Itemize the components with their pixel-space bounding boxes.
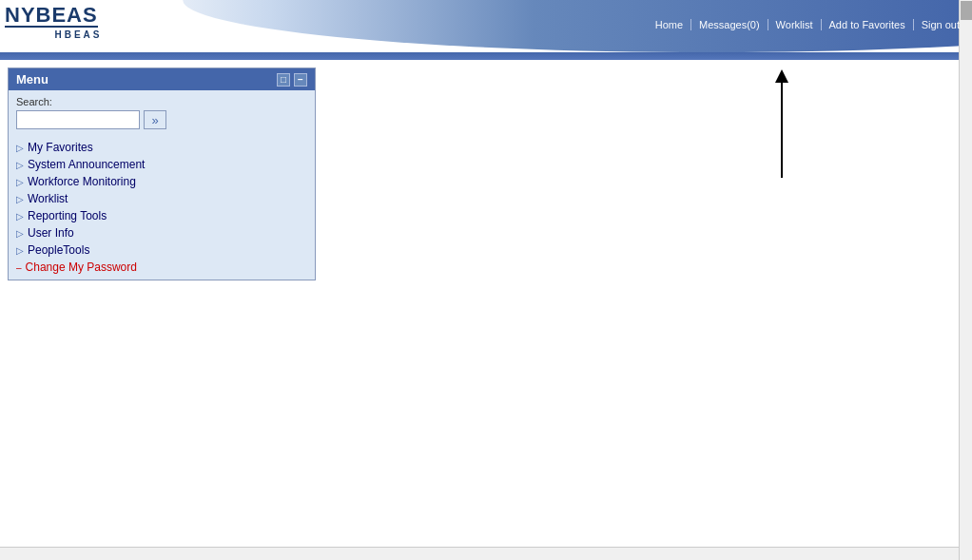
menu-item-workforce-monitoring[interactable]: ▷ Workforce Monitoring [9,173,315,190]
menu-resize-button[interactable]: □ [277,73,290,87]
menu-item-worklist[interactable]: ▷ Worklist [9,190,315,207]
menu-item-user-info[interactable]: ▷ User Info [9,224,315,241]
menu-item-label: Reporting Tools [28,209,107,222]
menu-item-label: Workforce Monitoring [28,175,136,188]
menu-item-reporting-tools[interactable]: ▷ Reporting Tools [9,207,315,224]
header: NYBEAS HBEAS Home Messages(0) Worklist A… [0,0,972,52]
arrow-annotation [775,69,788,178]
menu-header: Menu □ − [9,68,315,90]
search-input[interactable] [16,110,140,129]
main-content [323,60,972,552]
menu-item-my-favorites[interactable]: ▷ My Favorites [9,139,315,156]
change-password-link[interactable]: Change My Password [26,261,137,274]
menu-item-label: Worklist [28,192,68,205]
scrollbar-thumb[interactable] [961,1,972,20]
home-link[interactable]: Home [648,19,691,30]
nav-links: Home Messages(0) Worklist Add to Favorit… [648,19,967,30]
logo-main: NYBEAS [5,5,98,28]
arrow-icon-system: ▷ [16,160,24,170]
arrow-head [775,69,788,83]
menu-panel: Menu □ − Search: » ▷ [0,60,323,552]
arrow-icon-worklist: ▷ [16,194,24,204]
scrollbar-bottom[interactable] [0,547,959,560]
menu-items: ▷ My Favorites ▷ System Announcement ▷ W… [9,135,315,280]
menu-item-people-tools[interactable]: ▷ PeopleTools [9,241,315,259]
worklist-link[interactable]: Worklist [768,19,822,30]
menu-close-button[interactable]: − [294,73,307,87]
arrow-line [781,83,783,178]
arrow-icon-workforce: ▷ [16,177,24,187]
search-area: Search: » [9,90,315,135]
search-icon: » [151,113,158,127]
arrow-icon-userinfo: ▷ [16,228,24,239]
menu-header-controls: □ − [277,73,307,87]
scrollbar-right[interactable] [959,0,972,560]
arrow-icon-reporting: ▷ [16,211,24,222]
menu-item-label: PeopleTools [28,243,89,257]
menu-item-label: User Info [28,226,74,240]
search-row: » [16,110,307,129]
add-to-favorites-link[interactable]: Add to Favorites [822,19,914,30]
search-button[interactable]: » [144,110,166,129]
menu-item-system-announcement[interactable]: ▷ System Announcement [9,156,315,173]
menu-title: Menu [16,72,49,87]
sign-out-link[interactable]: Sign out [914,19,967,30]
menu-box: Menu □ − Search: » ▷ [8,68,316,280]
menu-item-label: System Announcement [28,158,145,171]
search-label: Search: [16,96,307,107]
dash-icon-password: – [16,262,22,273]
menu-item-label: My Favorites [28,141,93,154]
blue-stripe [0,52,972,60]
messages-link[interactable]: Messages(0) [691,19,768,30]
content: Menu □ − Search: » ▷ [0,60,972,552]
menu-item-change-password[interactable]: – Change My Password [9,259,315,276]
arrow-icon-peopletools: ▷ [16,245,24,256]
arrow-icon-favorites: ▷ [16,143,24,153]
